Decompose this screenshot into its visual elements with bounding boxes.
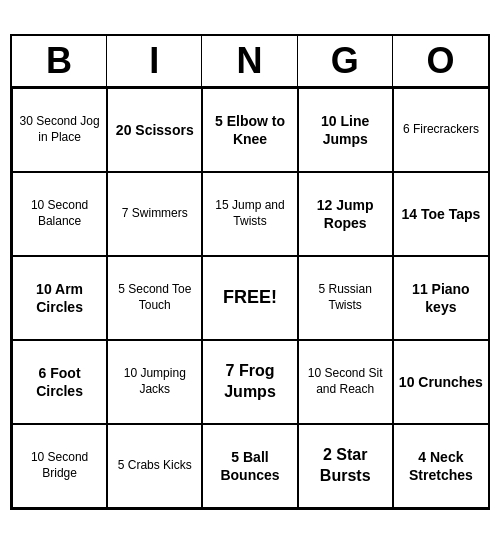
header-letter-i: I <box>107 36 202 86</box>
bingo-cell-20[interactable]: 10 Second Bridge <box>12 424 107 508</box>
bingo-cell-24[interactable]: 4 Neck Stretches <box>393 424 488 508</box>
bingo-cell-0[interactable]: 30 Second Jog in Place <box>12 88 107 172</box>
header-letter-o: O <box>393 36 488 86</box>
bingo-cell-8[interactable]: 12 Jump Ropes <box>298 172 393 256</box>
bingo-cell-13[interactable]: 5 Russian Twists <box>298 256 393 340</box>
bingo-cell-3[interactable]: 10 Line Jumps <box>298 88 393 172</box>
header-letter-g: G <box>298 36 393 86</box>
header-letter-b: B <box>12 36 107 86</box>
bingo-cell-10[interactable]: 10 Arm Circles <box>12 256 107 340</box>
bingo-cell-4[interactable]: 6 Firecrackers <box>393 88 488 172</box>
header-letter-n: N <box>202 36 297 86</box>
bingo-cell-14[interactable]: 11 Piano keys <box>393 256 488 340</box>
bingo-cell-9[interactable]: 14 Toe Taps <box>393 172 488 256</box>
bingo-cell-6[interactable]: 7 Swimmers <box>107 172 202 256</box>
bingo-cell-19[interactable]: 10 Crunches <box>393 340 488 424</box>
bingo-grid: 30 Second Jog in Place20 Scissors5 Elbow… <box>12 88 488 508</box>
bingo-cell-12[interactable]: FREE! <box>202 256 297 340</box>
bingo-cell-23[interactable]: 2 Star Bursts <box>298 424 393 508</box>
bingo-cell-1[interactable]: 20 Scissors <box>107 88 202 172</box>
bingo-cell-2[interactable]: 5 Elbow to Knee <box>202 88 297 172</box>
bingo-cell-16[interactable]: 10 Jumping Jacks <box>107 340 202 424</box>
bingo-cell-7[interactable]: 15 Jump and Twists <box>202 172 297 256</box>
bingo-cell-17[interactable]: 7 Frog Jumps <box>202 340 297 424</box>
bingo-cell-11[interactable]: 5 Second Toe Touch <box>107 256 202 340</box>
bingo-cell-22[interactable]: 5 Ball Bounces <box>202 424 297 508</box>
bingo-header: BINGO <box>12 36 488 88</box>
bingo-cell-15[interactable]: 6 Foot Circles <box>12 340 107 424</box>
bingo-card: BINGO 30 Second Jog in Place20 Scissors5… <box>10 34 490 510</box>
bingo-cell-5[interactable]: 10 Second Balance <box>12 172 107 256</box>
bingo-cell-21[interactable]: 5 Crabs Kicks <box>107 424 202 508</box>
bingo-cell-18[interactable]: 10 Second Sit and Reach <box>298 340 393 424</box>
